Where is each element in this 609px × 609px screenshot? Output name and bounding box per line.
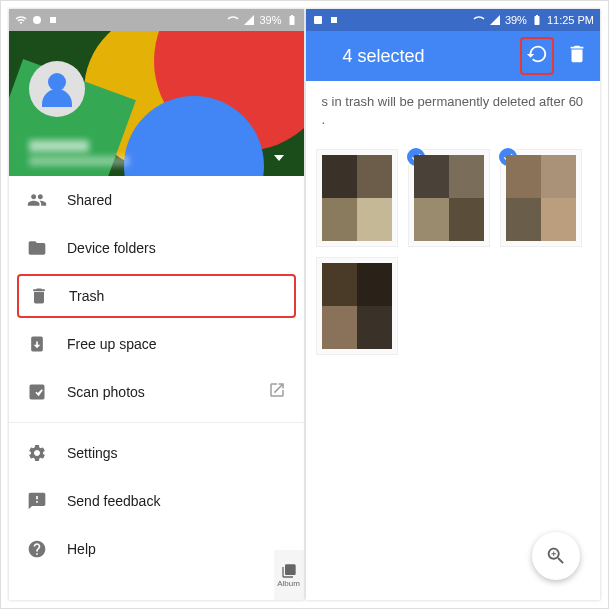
shared-icon [27,190,47,210]
battery-percentage: 39% [259,14,281,26]
photo-thumb[interactable] [316,257,398,355]
menu-label: Free up space [67,336,286,352]
sync-icon [31,14,43,26]
menu-label: Help [67,541,286,557]
account-dropdown-icon[interactable] [274,155,284,161]
notification-icon [328,14,340,26]
svg-rect-2 [314,16,322,24]
photo-thumb[interactable] [500,149,582,247]
menu-label: Settings [67,445,286,461]
menu-label: Scan photos [67,384,268,400]
menu-label: Trash [69,288,284,304]
scan-icon [27,382,47,402]
bottom-nav-label: Album [277,579,300,588]
help-icon [27,539,47,559]
wifi-signal-icon [227,14,239,26]
feedback-icon [27,491,47,511]
cell-signal-icon [243,14,255,26]
trash-notice: s in trash will be permanently deleted a… [306,81,601,141]
battery-percentage: 39% [505,14,527,26]
trash-icon [29,286,49,306]
photo-thumb[interactable] [408,149,490,247]
avatar[interactable] [29,61,85,117]
menu-trash[interactable]: Trash [17,274,296,318]
phone-left: 39% Shared [9,9,304,600]
battery-icon [286,14,298,26]
menu-label: Device folders [67,240,286,256]
cell-signal-icon [489,14,501,26]
menu-shared[interactable]: Shared [9,176,304,224]
menu-settings[interactable]: Settings [9,429,304,477]
svg-rect-1 [50,17,56,23]
bottom-nav-albums[interactable]: Album [274,550,304,600]
drawer-header [9,31,304,176]
svg-rect-3 [331,17,337,23]
user-info [29,140,129,166]
status-time: 11:25 PM [547,14,594,26]
folder-icon [27,238,47,258]
divider [9,422,304,423]
image-icon [312,14,324,26]
trash-grid [306,141,601,363]
wifi-icon [15,14,27,26]
zoom-in-icon [545,545,567,567]
zoom-fab[interactable] [532,532,580,580]
menu-send-feedback[interactable]: Send feedback [9,477,304,525]
photo-thumb[interactable] [316,149,398,247]
menu-help[interactable]: Help [9,525,304,573]
menu-scan-photos[interactable]: Scan photos [9,368,304,416]
free-space-icon [27,334,47,354]
delete-button[interactable] [566,43,588,69]
gear-icon [27,443,47,463]
menu-free-up-space[interactable]: Free up space [9,320,304,368]
battery-icon [531,14,543,26]
restore-button[interactable] [520,37,554,75]
selection-title: 4 selected [318,46,509,67]
menu-device-folders[interactable]: Device folders [9,224,304,272]
drawer-menu: Shared Device folders Trash Free up spac… [9,176,304,573]
notification-icon [47,14,59,26]
albums-icon [281,563,297,579]
status-bar-right: 39% 11:25 PM [306,9,601,31]
open-external-icon [268,381,286,399]
delete-icon [566,43,588,65]
restore-icon [526,43,548,65]
svg-point-0 [33,16,41,24]
phone-right: 39% 11:25 PM 4 selected s in trash will … [306,9,601,600]
menu-label: Send feedback [67,493,286,509]
app-bar: 4 selected [306,31,601,81]
wifi-signal-icon [473,14,485,26]
menu-label: Shared [67,192,286,208]
status-bar-left: 39% [9,9,304,31]
